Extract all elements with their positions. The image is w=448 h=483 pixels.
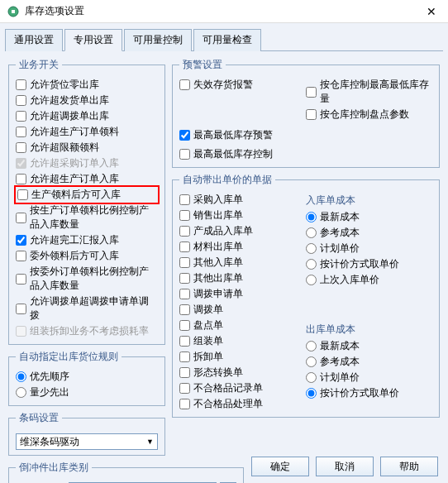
svg-rect-1: [12, 10, 15, 13]
fieldset-barcode: 条码设置 维深条码驱动▼: [8, 411, 165, 456]
rad-in-method[interactable]: 按计价方式取单价: [306, 256, 432, 272]
rad-out-ref[interactable]: 参考成本: [306, 354, 432, 370]
chk-trans[interactable]: 调拨单: [179, 302, 306, 318]
rad-in-latest[interactable]: 最新成本: [306, 209, 432, 225]
rad-in-ref[interactable]: 参考成本: [306, 225, 432, 241]
legend-barcode: 条码设置: [16, 411, 62, 425]
rad-in-plan[interactable]: 计划单价: [306, 241, 432, 256]
chk-other-in[interactable]: 其他入库单: [179, 255, 306, 270]
chk-nc-handle[interactable]: 不合格品处理单: [179, 396, 306, 412]
outcost-title: 出库单成本: [306, 323, 432, 337]
chk-outsrc-ratio[interactable]: 按委外订单领料比例控制产品入库数量: [16, 264, 158, 294]
legend-warn: 预警设置: [179, 58, 226, 72]
chk-over-ship[interactable]: 允许超发货单出库: [16, 93, 158, 108]
chk-count[interactable]: 盘点单: [179, 318, 306, 333]
tab-general[interactable]: 通用设置: [5, 29, 63, 51]
chk-po-in[interactable]: 采购入库单: [179, 192, 306, 208]
legend-biz: 业务开关: [16, 58, 62, 72]
chk-nc-rec[interactable]: 不合格品记录单: [179, 380, 306, 396]
chk-over-po-in: 允许超采购订单入库: [16, 155, 158, 171]
legend-offset: 倒冲件出库类别: [16, 461, 92, 475]
chk-over-transfer[interactable]: 允许超调拨单出库: [16, 108, 158, 124]
close-icon[interactable]: ✕: [422, 5, 441, 18]
chk-trans-req[interactable]: 调拨申请单: [179, 286, 306, 302]
chk-assem-loss: 组装拆卸业务不考虑损耗率: [16, 323, 158, 339]
help-button[interactable]: 帮助: [380, 457, 438, 476]
rad-out-plan[interactable]: 计划单价: [306, 370, 432, 385]
chk-over-complete[interactable]: 允许超完工汇报入库: [16, 232, 158, 248]
rad-out-latest[interactable]: 最新成本: [306, 338, 432, 354]
chk-over-prod-pick[interactable]: 允许超生产订单领料: [16, 124, 158, 140]
chk-fg-in[interactable]: 产成品入库单: [179, 223, 306, 239]
app-icon: [7, 5, 20, 18]
chk-over-limit[interactable]: 允许超限额领料: [16, 140, 158, 155]
chk-shape[interactable]: 形态转换单: [179, 365, 306, 380]
chk-disassem[interactable]: 拆卸单: [179, 349, 306, 365]
chk-assem[interactable]: 组装单: [179, 333, 306, 349]
legend-autoprice: 自动带出单价的单据: [179, 173, 275, 187]
chk-wh-minmax[interactable]: 按仓库控制最高最低库存量: [306, 77, 432, 107]
chk-transfer-over[interactable]: 允许调拨单超调拨申请单调拨: [16, 294, 158, 323]
chk-wh-count[interactable]: 按仓库控制盘点参数: [306, 107, 432, 122]
chk-expire[interactable]: 失效存货报警: [179, 77, 306, 93]
legend-autoloc: 自动指定出库货位规则: [16, 350, 122, 364]
chk-minmax-warn[interactable]: 最高最低库存预警: [179, 127, 432, 143]
cancel-button[interactable]: 取消: [316, 457, 374, 476]
rad-priority[interactable]: 优先顺序: [16, 369, 158, 385]
incost-title: 入库单成本: [306, 194, 432, 208]
rad-in-last[interactable]: 上次入库单价: [306, 272, 432, 288]
rad-out-method[interactable]: 按计价方式取单价: [306, 385, 432, 401]
chk-minmax-ctrl[interactable]: 最高最低库存控制: [179, 146, 432, 162]
chk-outsrc-pick[interactable]: 委外领料后方可入库: [16, 248, 158, 264]
fieldset-auto-price: 自动带出单价的单据 采购入库单 销售出库单 产成品入库单 材料出库单 其他入库单…: [172, 173, 440, 418]
fieldset-warn: 预警设置 失效存货报警 按仓库控制最高最低库存量 按仓库控制盘点参数 最高最低库…: [172, 58, 440, 168]
chk-pick-before-in[interactable]: 生产领料后方可入库: [17, 187, 156, 203]
chk-so-out[interactable]: 销售出库单: [179, 208, 306, 223]
chk-mat-out[interactable]: 材料出库单: [179, 239, 306, 255]
barcode-driver-select[interactable]: 维深条码驱动▼: [16, 433, 158, 450]
tab-special[interactable]: 专用设置: [64, 29, 122, 51]
fieldset-biz-switch: 业务开关 允许货位零出库 允许超发货单出库 允许超调拨单出库 允许超生产订单领料…: [8, 58, 165, 345]
rad-less-first[interactable]: 量少先出: [16, 385, 158, 400]
tab-avail-check[interactable]: 可用量检查: [193, 29, 261, 51]
window-title: 库存选项设置: [25, 4, 422, 18]
chk-ratio-ctrl[interactable]: 按生产订单领料比例控制产品入库数量: [16, 203, 158, 232]
chevron-down-icon: ▼: [146, 438, 154, 446]
chk-other-out[interactable]: 其他出库单: [179, 270, 306, 286]
chk-zero-out[interactable]: 允许货位零出库: [16, 77, 158, 93]
ok-button[interactable]: 确定: [251, 457, 309, 476]
fieldset-auto-loc: 自动指定出库货位规则 优先顺序 量少先出: [8, 350, 165, 406]
tab-avail-ctrl[interactable]: 可用量控制: [124, 29, 192, 51]
